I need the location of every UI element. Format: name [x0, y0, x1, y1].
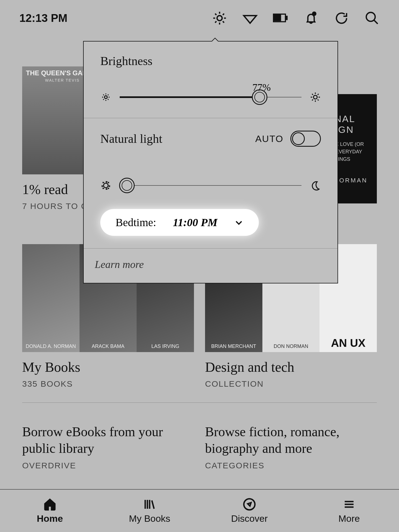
tab-bar: Home My Books Discover More: [0, 489, 399, 532]
wifi-icon[interactable]: [242, 11, 258, 26]
brightness-slider[interactable]: 77%: [100, 89, 321, 105]
clock: 12:13 PM: [19, 12, 67, 24]
menu-icon: [342, 498, 356, 511]
svg-point-0: [217, 16, 222, 20]
learn-more-link[interactable]: Learn more: [84, 248, 337, 283]
my-books-count: 335 BOOKS: [22, 379, 194, 389]
home-icon: [43, 498, 57, 511]
svg-point-7: [313, 95, 317, 99]
svg-point-4: [313, 12, 316, 15]
search-icon[interactable]: [364, 11, 380, 26]
natural-light-slider[interactable]: [100, 177, 321, 194]
chevron-down-icon: [234, 218, 244, 227]
svg-point-5: [366, 12, 375, 21]
brightness-low-icon: [100, 92, 111, 103]
auto-label: AUTO: [255, 133, 283, 144]
battery-icon[interactable]: [273, 11, 288, 26]
tab-home[interactable]: Home: [0, 490, 100, 532]
moon-icon: [310, 180, 321, 191]
svg-rect-2: [285, 16, 287, 20]
overdrive-link[interactable]: Borrow eBooks from your public library O…: [22, 417, 194, 470]
tab-more[interactable]: More: [299, 490, 399, 532]
brightness-section: Brightness 77%: [84, 42, 337, 118]
brightness-high-icon: [310, 92, 321, 103]
brightness-value: 77%: [252, 82, 271, 93]
bedtime-label: Bedtime:: [116, 216, 156, 229]
tab-discover[interactable]: Discover: [200, 490, 299, 532]
sun-icon: [100, 180, 111, 191]
sync-icon[interactable]: [334, 11, 349, 26]
bedtime-value: 11:00 PM: [173, 216, 218, 229]
svg-point-6: [104, 96, 107, 99]
tab-my-books[interactable]: My Books: [100, 490, 200, 532]
collection-sub: COLLECTION: [205, 379, 377, 389]
compass-icon: [243, 498, 256, 511]
svg-point-9: [244, 499, 255, 510]
categories-link[interactable]: Browse fiction, romance, biography and m…: [205, 417, 377, 470]
notifications-icon[interactable]: [303, 11, 319, 26]
svg-rect-3: [275, 15, 281, 21]
natural-light-title: Natural light: [100, 132, 162, 146]
natural-light-section: Natural light AUTO Bedtime: 11:00 PM: [84, 118, 337, 248]
brightness-popover: Brightness 77% Natural light AUTO: [83, 41, 338, 283]
books-icon: [143, 498, 156, 511]
brightness-title: Brightness: [100, 54, 321, 68]
bedtime-selector[interactable]: Bedtime: 11:00 PM: [100, 209, 259, 236]
svg-point-8: [104, 183, 108, 188]
collection-title: Design and tech: [205, 359, 377, 375]
my-books-title: My Books: [22, 359, 194, 375]
auto-toggle[interactable]: [290, 131, 321, 147]
brightness-icon[interactable]: [212, 11, 227, 26]
status-bar: 12:13 PM: [0, 0, 399, 36]
